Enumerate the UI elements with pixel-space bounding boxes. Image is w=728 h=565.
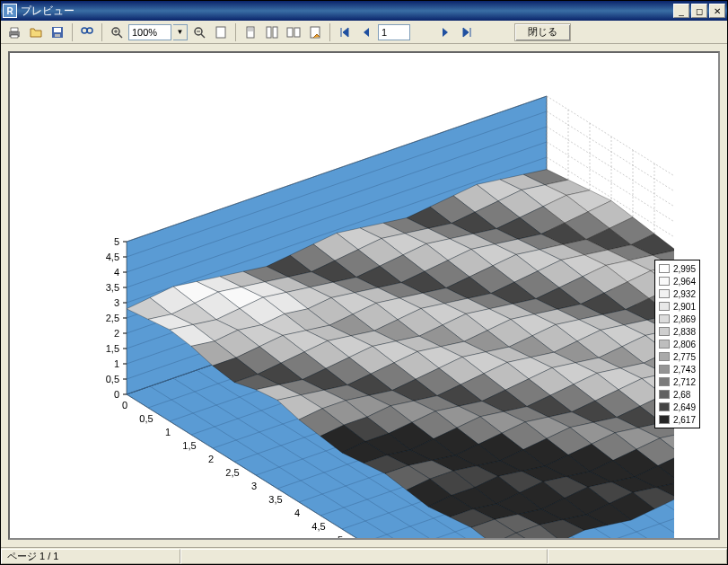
svg-rect-1 <box>11 28 18 31</box>
legend-row: 2,838 <box>657 325 697 338</box>
legend-label: 2,995 <box>673 264 696 274</box>
minimize-button[interactable]: _ <box>673 4 689 18</box>
svg-rect-4 <box>54 28 61 32</box>
app-icon: R <box>3 4 17 18</box>
svg-point-7 <box>87 28 92 33</box>
legend-swatch <box>659 402 670 411</box>
legend-row: 2,869 <box>657 313 697 325</box>
legend-row: 2,901 <box>657 300 697 313</box>
svg-text:1,5: 1,5 <box>182 440 196 451</box>
legend-row: 2,743 <box>657 363 697 375</box>
legend-label: 2,838 <box>673 327 696 337</box>
legend-row: 2,617 <box>657 413 697 426</box>
close-button[interactable]: 閉じる <box>514 23 571 41</box>
zoom-dropdown-icon[interactable]: ▼ <box>173 24 188 40</box>
svg-rect-20 <box>273 27 277 38</box>
legend-swatch <box>659 289 670 298</box>
svg-line-13 <box>201 34 205 38</box>
legend-swatch <box>659 327 670 336</box>
zoom-input[interactable] <box>128 24 171 40</box>
legend-swatch <box>659 302 670 311</box>
svg-text:4: 4 <box>294 508 300 518</box>
svg-point-6 <box>82 28 87 33</box>
legend-swatch <box>659 314 670 323</box>
legend-label: 2,806 <box>673 340 696 349</box>
legend-label: 2,617 <box>673 415 696 425</box>
legend-row: 2,932 <box>657 287 697 300</box>
svg-text:0: 0 <box>122 400 127 411</box>
page-single-icon[interactable] <box>241 22 260 42</box>
svg-text:1,5: 1,5 <box>106 343 119 354</box>
svg-text:0: 0 <box>114 389 119 400</box>
svg-text:3,5: 3,5 <box>268 494 282 505</box>
content-area: 00,511,522,533,544,5500,511,522,533,544,… <box>1 44 727 547</box>
svg-text:3,5: 3,5 <box>106 282 119 293</box>
svg-text:4,5: 4,5 <box>311 521 325 532</box>
zoom-in-icon[interactable] <box>107 22 127 42</box>
save-icon[interactable] <box>48 22 67 42</box>
svg-line-9 <box>118 34 122 38</box>
legend-label: 2,775 <box>673 352 696 362</box>
legend-label: 2,932 <box>673 289 696 299</box>
status-empty-2 <box>548 549 727 564</box>
svg-text:3: 3 <box>114 297 119 308</box>
legend-label: 2,649 <box>673 402 696 412</box>
legend-label: 2,68 <box>673 390 690 400</box>
legend-swatch <box>659 352 670 361</box>
legend-row: 2,649 <box>657 401 697 413</box>
svg-text:5: 5 <box>114 236 119 247</box>
surface-chart: 00,511,522,533,544,5500,511,522,533,544,… <box>46 71 674 538</box>
print-icon[interactable] <box>4 22 24 42</box>
svg-text:2: 2 <box>114 328 119 339</box>
svg-text:5: 5 <box>338 534 343 538</box>
legend-row: 2,806 <box>657 338 697 350</box>
last-page-icon[interactable] <box>457 22 477 42</box>
legend-label: 2,964 <box>673 277 696 287</box>
svg-rect-15 <box>216 27 225 38</box>
edit-icon[interactable] <box>305 22 325 42</box>
svg-rect-2 <box>11 35 18 38</box>
svg-text:4: 4 <box>114 267 119 278</box>
legend-swatch <box>659 277 670 286</box>
legend-swatch <box>659 390 670 399</box>
legend: 2,9952,9642,9322,9012,8692,8382,8062,775… <box>654 260 700 428</box>
svg-rect-5 <box>55 34 60 37</box>
open-icon[interactable] <box>26 22 46 42</box>
page-multi-icon[interactable] <box>262 22 282 42</box>
status-empty-1 <box>180 549 548 564</box>
next-page-icon[interactable] <box>435 22 455 42</box>
fullpage-icon[interactable] <box>211 22 231 42</box>
svg-text:2,5: 2,5 <box>106 313 119 323</box>
legend-label: 2,743 <box>673 365 696 375</box>
titlebar: R プレビュー _ ◻ ✕ <box>1 1 727 21</box>
svg-text:4,5: 4,5 <box>106 252 119 262</box>
page-panel: 00,511,522,533,544,5500,511,522,533,544,… <box>8 51 720 540</box>
svg-text:0,5: 0,5 <box>106 374 119 384</box>
svg-text:0,5: 0,5 <box>139 413 153 424</box>
legend-row: 2,775 <box>657 350 697 363</box>
window-title: プレビュー <box>21 4 75 19</box>
legend-row: 2,964 <box>657 275 697 287</box>
legend-row: 2,712 <box>657 375 697 388</box>
page-facing-icon[interactable] <box>284 22 303 42</box>
prev-page-icon[interactable] <box>356 22 376 42</box>
statusbar: ページ 1 / 1 <box>1 547 727 564</box>
first-page-icon[interactable] <box>335 22 355 42</box>
svg-text:2: 2 <box>208 454 214 464</box>
svg-rect-22 <box>294 28 300 37</box>
find-icon[interactable] <box>77 22 97 42</box>
svg-text:2,5: 2,5 <box>225 467 239 478</box>
svg-rect-19 <box>267 27 271 38</box>
svg-text:1: 1 <box>114 358 119 369</box>
legend-swatch <box>659 365 670 374</box>
legend-row: 2,995 <box>657 262 697 275</box>
svg-text:3: 3 <box>251 481 257 491</box>
maximize-button[interactable]: ◻ <box>691 4 707 18</box>
page-input[interactable] <box>378 24 410 40</box>
legend-swatch <box>659 377 670 386</box>
close-window-button[interactable]: ✕ <box>709 4 725 18</box>
svg-text:1: 1 <box>165 427 171 437</box>
zoom-out-icon[interactable] <box>189 22 209 42</box>
svg-rect-21 <box>287 28 293 37</box>
legend-swatch <box>659 340 670 349</box>
